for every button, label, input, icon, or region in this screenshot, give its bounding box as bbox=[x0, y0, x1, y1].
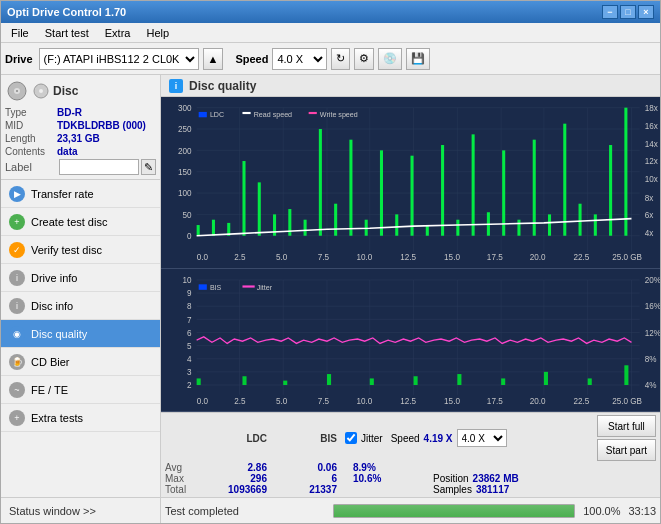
svg-text:5.0: 5.0 bbox=[276, 252, 288, 262]
svg-text:BIS: BIS bbox=[210, 282, 222, 291]
svg-text:2.5: 2.5 bbox=[234, 395, 246, 405]
maximize-button[interactable]: □ bbox=[620, 5, 636, 19]
max-jitter-value: 10.6% bbox=[345, 473, 425, 484]
svg-text:200: 200 bbox=[178, 145, 192, 155]
position-label: Position bbox=[433, 473, 469, 484]
drive-select[interactable]: (F:) ATAPI iHBS112 2 CL0K bbox=[39, 48, 199, 70]
avg-jitter-value: 8.9% bbox=[345, 462, 425, 473]
sidebar-item-disc-info[interactable]: i Disc info bbox=[1, 292, 160, 320]
svg-rect-107 bbox=[327, 374, 331, 385]
status-window-button[interactable]: Status window >> bbox=[1, 497, 160, 523]
minimize-button[interactable]: − bbox=[602, 5, 618, 19]
svg-text:0: 0 bbox=[187, 231, 192, 241]
svg-rect-140 bbox=[199, 284, 207, 289]
disc-contents-value: data bbox=[57, 146, 78, 157]
sidebar-item-disc-quality[interactable]: ◉ Disc quality bbox=[1, 320, 160, 348]
disc-quality-header-icon: i bbox=[169, 79, 183, 93]
svg-text:16x: 16x bbox=[645, 121, 659, 131]
settings-button[interactable]: ⚙ bbox=[354, 48, 374, 70]
charts-area: 300 250 200 150 100 50 0 18x 16x 14x 12x… bbox=[161, 97, 660, 412]
disc-type-row: Type BD-R bbox=[5, 107, 156, 118]
sidebar-item-fe-te[interactable]: ~ FE / TE bbox=[1, 376, 160, 404]
svg-rect-39 bbox=[441, 145, 444, 236]
svg-text:0.0: 0.0 bbox=[197, 252, 209, 262]
disc-label-btn[interactable]: ✎ bbox=[141, 159, 156, 175]
svg-rect-23 bbox=[197, 225, 200, 236]
svg-rect-46 bbox=[548, 214, 551, 235]
stats-bis-header: BIS bbox=[275, 433, 345, 444]
svg-text:15.0: 15.0 bbox=[444, 252, 460, 262]
menu-file[interactable]: File bbox=[5, 25, 35, 41]
svg-text:17.5: 17.5 bbox=[487, 252, 503, 262]
progress-text: 100.0% bbox=[583, 505, 620, 517]
stats-header-row: LDC BIS Jitter Speed 4.19 X 4.0 X Start bbox=[165, 415, 656, 461]
svg-rect-30 bbox=[304, 220, 307, 236]
svg-rect-108 bbox=[370, 378, 374, 385]
time-text: 33:13 bbox=[628, 505, 656, 517]
refresh-button[interactable]: ↻ bbox=[331, 48, 350, 70]
drive-info-icon: i bbox=[9, 270, 25, 286]
svg-rect-106 bbox=[283, 380, 287, 384]
total-bis-value: 21337 bbox=[275, 484, 345, 495]
svg-text:25.0 GB: 25.0 GB bbox=[612, 252, 642, 262]
svg-text:0.0: 0.0 bbox=[197, 395, 209, 405]
samples-label: Samples bbox=[433, 484, 472, 495]
disc-section-header: Disc bbox=[5, 79, 156, 103]
svg-text:12%: 12% bbox=[645, 327, 660, 337]
status-window-label: Status window >> bbox=[9, 505, 96, 517]
cd-bier-label: CD Bier bbox=[31, 356, 70, 368]
max-bis-value: 6 bbox=[275, 473, 345, 484]
save-button[interactable]: 💾 bbox=[406, 48, 430, 70]
svg-rect-50 bbox=[609, 145, 612, 236]
eject-button[interactable]: ▲ bbox=[203, 48, 224, 70]
svg-text:Read speed: Read speed bbox=[254, 110, 292, 119]
sidebar-nav: ▶ Transfer rate + Create test disc ✓ Ver… bbox=[1, 180, 160, 497]
start-part-button[interactable]: Start part bbox=[597, 439, 656, 461]
svg-text:2.5: 2.5 bbox=[234, 252, 246, 262]
svg-rect-51 bbox=[624, 108, 627, 236]
sidebar-item-create-test-disc[interactable]: + Create test disc bbox=[1, 208, 160, 236]
svg-rect-49 bbox=[594, 214, 597, 235]
disc-label-row: Label ✎ bbox=[5, 159, 156, 175]
jitter-checkbox[interactable] bbox=[345, 432, 357, 444]
sidebar-item-drive-info[interactable]: i Drive info bbox=[1, 264, 160, 292]
main-window: Opti Drive Control 1.70 − □ × File Start… bbox=[0, 0, 661, 524]
speed-stat-select[interactable]: 4.0 X bbox=[457, 429, 507, 447]
svg-rect-40 bbox=[456, 220, 459, 236]
menu-start-test[interactable]: Start test bbox=[39, 25, 95, 41]
svg-rect-47 bbox=[563, 124, 566, 236]
svg-rect-33 bbox=[349, 140, 352, 236]
drive-label: Drive bbox=[5, 53, 33, 65]
sidebar-item-transfer-rate[interactable]: ▶ Transfer rate bbox=[1, 180, 160, 208]
svg-rect-48 bbox=[579, 204, 582, 236]
svg-text:22.5: 22.5 bbox=[573, 252, 589, 262]
svg-rect-109 bbox=[414, 376, 418, 385]
close-button[interactable]: × bbox=[638, 5, 654, 19]
sidebar-item-verify-test-disc[interactable]: ✓ Verify test disc bbox=[1, 236, 160, 264]
disc-label-input[interactable] bbox=[59, 159, 139, 175]
stats-max-row: Max 296 6 10.6% Position 23862 MB bbox=[165, 473, 656, 484]
disc-mid-value: TDKBLDRBB (000) bbox=[57, 120, 146, 131]
chart1-svg: 300 250 200 150 100 50 0 18x 16x 14x 12x… bbox=[161, 97, 660, 268]
transfer-rate-icon: ▶ bbox=[9, 186, 25, 202]
avg-ldc-value: 2.86 bbox=[205, 462, 275, 473]
disc-button[interactable]: 💿 bbox=[378, 48, 402, 70]
svg-point-2 bbox=[16, 90, 18, 92]
svg-text:4x: 4x bbox=[645, 228, 654, 238]
svg-rect-26 bbox=[242, 161, 245, 236]
svg-text:9: 9 bbox=[187, 288, 192, 298]
menu-help[interactable]: Help bbox=[140, 25, 175, 41]
speed-select[interactable]: 4.0 X bbox=[272, 48, 327, 70]
sidebar-item-cd-bier[interactable]: 🍺 CD Bier bbox=[1, 348, 160, 376]
start-full-button[interactable]: Start full bbox=[597, 415, 656, 437]
svg-text:8x: 8x bbox=[645, 192, 654, 202]
avg-speed-value: 4.19 X bbox=[424, 433, 453, 444]
menu-extra[interactable]: Extra bbox=[99, 25, 137, 41]
sidebar-item-extra-tests[interactable]: + Extra tests bbox=[1, 404, 160, 432]
svg-rect-32 bbox=[334, 204, 337, 236]
bottom-bar: Test completed 100.0% 33:13 bbox=[161, 497, 660, 523]
svg-rect-38 bbox=[426, 225, 429, 236]
svg-text:12.5: 12.5 bbox=[400, 252, 416, 262]
svg-text:15.0: 15.0 bbox=[444, 395, 460, 405]
svg-text:10: 10 bbox=[183, 275, 192, 285]
